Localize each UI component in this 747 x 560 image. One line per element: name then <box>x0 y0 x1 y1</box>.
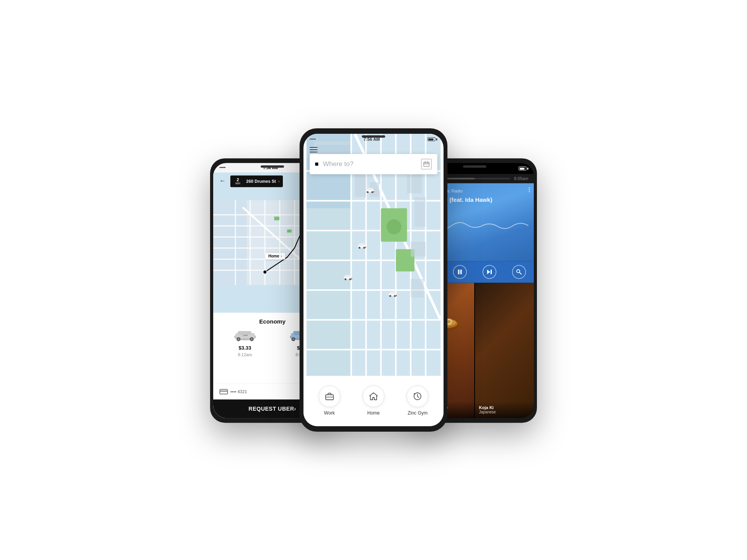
skip-icon <box>486 269 493 275</box>
svg-rect-64 <box>411 279 424 298</box>
shortcut-work-label: Work <box>324 410 335 416</box>
svg-rect-96 <box>458 270 459 274</box>
pause-button[interactable] <box>453 265 467 279</box>
calendar-icon[interactable] <box>421 159 432 170</box>
shortcut-zinc-gym[interactable]: Zinc Gym <box>407 385 428 416</box>
svg-point-83 <box>394 295 396 297</box>
svg-rect-89 <box>424 164 425 165</box>
svg-point-78 <box>349 278 351 280</box>
credit-card-icon <box>219 388 228 395</box>
svg-rect-1 <box>213 200 247 285</box>
map-car-1 <box>365 187 375 195</box>
phones-container: ••••• 7:56 AM <box>198 47 549 513</box>
hamburger-line-3 <box>310 152 317 152</box>
koja-card[interactable]: Koja Ki Japanese <box>475 283 534 418</box>
shortcut-home-circle <box>363 385 384 407</box>
svg-rect-17 <box>287 229 291 233</box>
center-signal: ••••• <box>310 137 316 141</box>
svg-text:pool: pool <box>243 334 247 336</box>
home-waypoint[interactable]: Home › <box>265 253 285 259</box>
svg-marker-94 <box>370 393 377 400</box>
map-car-2 <box>357 243 367 250</box>
shortcut-work-circle <box>319 385 340 407</box>
home-icon <box>369 392 378 401</box>
svg-point-82 <box>389 295 391 297</box>
svg-rect-62 <box>414 197 426 227</box>
bottom-shortcuts: Work Home <box>303 376 444 426</box>
koja-overlay: Koja Ki Japanese <box>475 401 534 418</box>
shortcut-home[interactable]: Home <box>363 385 384 416</box>
svg-rect-59 <box>355 175 366 197</box>
skip-button[interactable] <box>482 265 496 279</box>
svg-rect-16 <box>274 217 279 220</box>
back-arrow-icon: ← <box>219 177 226 184</box>
hamburger-line-2 <box>310 149 317 150</box>
music-more-button[interactable] <box>529 187 530 192</box>
koja-card-title: Koja Ki <box>479 405 530 410</box>
phone-left-speaker <box>261 165 284 168</box>
hamburger-menu[interactable] <box>310 147 317 152</box>
svg-point-73 <box>363 247 365 248</box>
ride-price-1: $3.33 <box>238 345 251 351</box>
shortcut-work[interactable]: Work <box>319 385 340 416</box>
svg-point-32 <box>292 338 294 340</box>
svg-marker-98 <box>487 270 490 274</box>
search-music-button[interactable] <box>512 265 526 279</box>
svg-rect-36 <box>220 390 228 392</box>
center-time: 7:56 AM <box>363 137 380 142</box>
phone-right-speaker <box>463 165 486 168</box>
svg-point-72 <box>358 247 360 248</box>
svg-rect-99 <box>491 270 492 274</box>
svg-rect-97 <box>460 270 462 274</box>
right-battery <box>519 166 528 170</box>
search-dot-icon <box>315 163 318 166</box>
card-info: •••• 4321 <box>219 388 247 395</box>
svg-rect-74 <box>365 247 366 248</box>
svg-line-101 <box>519 272 521 274</box>
svg-rect-76 <box>345 275 351 278</box>
eta-badge: 2 MIN <box>233 177 242 186</box>
ride-time-1: 8:12am <box>238 352 252 357</box>
shortcut-zinc-gym-circle <box>407 385 428 407</box>
svg-rect-91 <box>428 164 428 165</box>
left-signal: ••••• <box>219 166 226 170</box>
koja-card-subtitle: Japanese <box>479 410 530 414</box>
map-car-3 <box>343 274 353 282</box>
svg-rect-71 <box>359 243 365 246</box>
svg-point-19 <box>263 270 267 274</box>
search-bar[interactable]: Where to? <box>310 154 437 174</box>
phone-center: ••••• 7:56 AM <box>300 128 447 432</box>
car-image-1: pool <box>231 328 259 343</box>
svg-rect-69 <box>374 191 374 192</box>
history-icon <box>413 392 422 401</box>
svg-point-106 <box>447 320 451 323</box>
pause-icon <box>457 269 463 275</box>
svg-rect-66 <box>367 188 373 191</box>
svg-rect-61 <box>407 175 422 193</box>
hamburger-line-1 <box>310 147 317 148</box>
svg-point-24 <box>237 338 239 340</box>
center-status-bar: ••••• 7:56 AM <box>303 134 444 145</box>
map-car-4 <box>388 291 398 299</box>
svg-rect-63 <box>411 242 426 257</box>
svg-point-68 <box>372 191 374 193</box>
address-badge: 2 MIN 260 Drumes St › <box>230 175 283 187</box>
svg-point-67 <box>367 191 369 193</box>
svg-rect-79 <box>351 278 352 280</box>
svg-point-58 <box>386 219 401 234</box>
shortcut-home-label: Home <box>367 410 380 416</box>
svg-point-26 <box>251 338 253 340</box>
svg-point-77 <box>344 278 346 280</box>
search-music-icon <box>516 269 522 275</box>
koja-card-bg: Koja Ki Japanese <box>475 283 534 418</box>
search-placeholder: Where to? <box>323 160 421 168</box>
back-button[interactable]: ← <box>217 175 228 186</box>
center-map-area: ••••• 7:56 AM <box>303 134 444 376</box>
briefcase-icon <box>325 392 334 400</box>
ride-time-label: 8:05am <box>514 176 528 181</box>
svg-rect-81 <box>390 292 395 294</box>
phone-center-screen: ••••• 7:56 AM <box>303 134 444 426</box>
shortcut-zinc-gym-label: Zinc Gym <box>408 410 428 416</box>
center-battery <box>428 137 437 141</box>
ride-option-1[interactable]: pool $3.33 8:12am <box>219 328 270 357</box>
